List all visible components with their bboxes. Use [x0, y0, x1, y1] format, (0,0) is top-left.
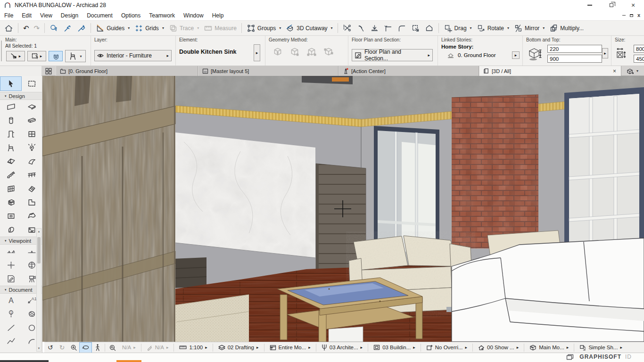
grids-button[interactable]: Grids▾ — [132, 23, 166, 34]
menu-edit[interactable]: Edit — [17, 11, 36, 20]
view-settings-button[interactable]: ▾ — [623, 66, 641, 76]
bottom-offset-input[interactable] — [547, 55, 602, 63]
tool-skylight[interactable] — [21, 182, 42, 196]
tool-text[interactable]: A — [0, 294, 21, 307]
tool-marquee[interactable] — [21, 77, 42, 90]
multiply-button[interactable]: Multiply... — [547, 23, 586, 34]
palette-section-document[interactable]: ▾Document — [0, 286, 42, 294]
palette-scrollbar[interactable]: ▲ ▼ — [36, 228, 41, 352]
menu-teamwork[interactable]: Teamwork — [145, 11, 179, 20]
view-undo-button[interactable]: ↺ — [44, 343, 56, 353]
split-icon[interactable] — [340, 23, 354, 34]
top-offset-input[interactable] — [547, 45, 602, 53]
tool-wall[interactable] — [0, 100, 21, 114]
geometry-method-2-icon[interactable] — [289, 46, 300, 57]
magnet-highlight-button[interactable] — [49, 51, 63, 61]
graphic-override-field[interactable]: No Overri...▸ — [422, 342, 471, 353]
inject-parameters-icon[interactable] — [74, 23, 88, 34]
renovation-filter-field[interactable]: 00 Show ...▸ — [474, 342, 522, 353]
model-view-options-field[interactable]: 03 Buildin...▸ — [370, 342, 419, 353]
adjust-icon[interactable] — [354, 23, 368, 34]
quick-layers-field[interactable]: 02 Drafting▸ — [215, 342, 263, 353]
tool-section[interactable] — [0, 245, 21, 258]
mdi-minimize-button[interactable] — [622, 15, 626, 16]
fit-in-window-button[interactable] — [107, 343, 118, 353]
tab-action-center[interactable]: [Action Center] — [339, 66, 479, 76]
home-button[interactable] — [2, 23, 16, 34]
tool-railing[interactable] — [21, 168, 42, 182]
tool-interior-elevation[interactable] — [0, 258, 21, 272]
pen-set-field[interactable]: 03 Archite...▸ — [318, 342, 366, 353]
menu-design[interactable]: Design — [57, 11, 83, 20]
palette-section-viewpoint[interactable]: ▾Viewpoint — [0, 237, 42, 245]
marquee-tool-button[interactable]: ▸ — [27, 51, 46, 61]
3d-style-field[interactable]: Main Mo...▸ — [526, 342, 572, 353]
mdi-close-button[interactable]: x — [637, 13, 640, 18]
mirror-button[interactable]: Mirror▾ — [512, 23, 547, 34]
menu-window[interactable]: Window — [179, 11, 208, 20]
scroll-up-icon[interactable]: ▲ — [38, 229, 41, 234]
arrow-tool-button[interactable]: ▸ — [6, 51, 25, 61]
view-redo-button[interactable]: ↻ — [56, 343, 68, 353]
drag-button[interactable]: Drag▾ — [441, 23, 474, 34]
geometry-method-4-icon[interactable] — [323, 46, 334, 57]
geometry-method-1-icon[interactable] — [272, 46, 283, 57]
find-select-icon[interactable] — [47, 23, 61, 34]
object-tool-chair-button[interactable]: ▾ — [65, 50, 86, 62]
redo-button[interactable]: ↷ — [32, 23, 42, 33]
fillet-chamfer-icon[interactable] — [395, 23, 409, 34]
tool-curtain-wall[interactable] — [0, 182, 21, 196]
walk-button[interactable] — [91, 343, 103, 353]
scrollbar-thumb[interactable] — [37, 237, 41, 263]
tab-close-button[interactable]: × — [612, 68, 617, 74]
home-story-flyout[interactable]: ▸ — [512, 51, 520, 59]
tool-roof[interactable] — [0, 155, 21, 168]
structure-display-field[interactable]: Entire Mo...▸ — [266, 342, 314, 353]
tab-ground-floor[interactable]: [0. Ground Floor] — [56, 66, 198, 76]
orbit-button[interactable] — [80, 343, 91, 353]
menu-help[interactable]: Help — [208, 11, 228, 20]
zoom-field-2[interactable]: N/A▸ — [143, 342, 173, 353]
tab-3d-all[interactable]: [3D / All] × — [479, 66, 621, 76]
3d-viewport[interactable] — [42, 76, 644, 342]
intersect-icon[interactable] — [381, 23, 395, 34]
edit-extras-icon[interactable] — [422, 23, 436, 34]
tab-overview-button[interactable] — [43, 67, 54, 75]
tool-lamp[interactable] — [21, 141, 42, 155]
element-flyout-button[interactable]: ▸ — [254, 44, 260, 61]
tool-worksheet[interactable] — [0, 272, 21, 286]
shadow-mode-field[interactable]: Simple Sh...▸ — [576, 342, 626, 353]
pick-up-parameters-icon[interactable] — [61, 23, 74, 34]
zoom-in-button[interactable] — [68, 343, 80, 353]
groups-button[interactable]: Groups▾ — [244, 23, 283, 34]
trace-button[interactable]: Trace▾ — [166, 23, 201, 34]
tab-master-layout[interactable]: [Master layout 5] — [198, 66, 339, 76]
size-width-input[interactable] — [634, 45, 644, 53]
mdi-restore-button[interactable] — [630, 14, 633, 17]
menu-options[interactable]: Options — [117, 11, 145, 20]
floor-plan-section-button[interactable]: Floor Plan and Section... ▸ — [352, 49, 433, 61]
tool-zone[interactable] — [21, 196, 42, 209]
menu-document[interactable]: Document — [83, 11, 117, 20]
resize-icon[interactable] — [409, 23, 422, 34]
window-restore-button[interactable] — [601, 0, 622, 10]
measure-button[interactable]: Measure — [201, 23, 239, 34]
zoom-field-1[interactable]: N/A▸ — [118, 342, 140, 353]
guides-button[interactable]: Guides▾ — [93, 23, 132, 34]
tool-window[interactable] — [21, 127, 42, 141]
tool-polyline[interactable] — [0, 335, 21, 348]
scroll-down-icon[interactable]: ▼ — [38, 346, 41, 351]
rotate-button[interactable]: Rotate▾ — [474, 23, 512, 34]
window-close-button[interactable]: × — [622, 0, 644, 10]
scale-field[interactable]: 1:100▸ — [175, 342, 211, 353]
tool-column[interactable] — [0, 114, 21, 127]
menu-view[interactable]: View — [36, 11, 57, 20]
layer-field[interactable]: Interior - Furniture ▸ — [94, 50, 172, 61]
tool-stair[interactable] — [0, 168, 21, 182]
tool-opening[interactable] — [0, 209, 21, 223]
tool-mesh[interactable] — [21, 209, 42, 223]
tool-object[interactable] — [0, 141, 21, 155]
menu-file[interactable]: File — [0, 11, 17, 20]
geometry-method-3-icon[interactable] — [306, 46, 317, 57]
cutaway-button[interactable]: 3D Cutaway▾ — [283, 23, 335, 34]
